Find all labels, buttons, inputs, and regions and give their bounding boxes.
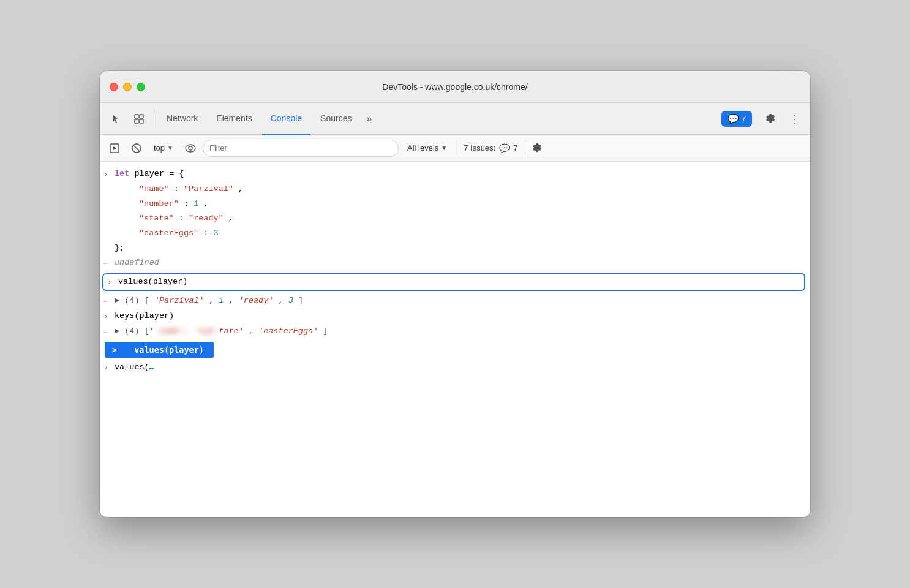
- list-item: "easterEggs" : 3: [100, 226, 810, 241]
- svg-rect-3: [140, 119, 143, 123]
- arrow-spacer: [100, 242, 112, 243]
- list-item: › let player = {: [100, 167, 810, 182]
- colon: :: [184, 199, 194, 208]
- tab-network[interactable]: Network: [158, 103, 206, 135]
- console-settings-button[interactable]: [528, 138, 547, 158]
- input-prompt-arrow: ›: [100, 361, 112, 374]
- code-text: player = {: [134, 169, 184, 178]
- clear-button[interactable]: [127, 138, 146, 158]
- inspect-button[interactable]: [128, 108, 150, 130]
- colon: :: [179, 214, 189, 223]
- property-value: "ready": [189, 214, 224, 223]
- autocomplete-row: > values(player): [105, 342, 214, 358]
- highlighted-input-box: › values(player): [102, 273, 805, 291]
- autocomplete-prompt: >: [105, 342, 124, 358]
- autocomplete-container: > values(player): [105, 342, 805, 358]
- tab-sources[interactable]: Sources: [312, 103, 360, 135]
- levels-chevron: ▼: [441, 145, 447, 151]
- array-close: ]: [323, 326, 328, 336]
- console-input-line: › values(: [100, 360, 810, 375]
- issues-count-text: 7 Issues:: [464, 143, 495, 153]
- levels-label: All levels: [407, 143, 438, 153]
- return-arrow: ←: [100, 295, 112, 307]
- autocomplete-suggestion[interactable]: values(player): [124, 342, 214, 358]
- property-value: "Parzival": [184, 184, 233, 194]
- cursor-tool-button[interactable]: [105, 108, 127, 130]
- property-name: "number": [139, 199, 179, 208]
- console-content: › let player = { "name" : "Parzival" , "…: [100, 162, 810, 517]
- comma: ,: [238, 184, 243, 194]
- array-count: (4) [: [124, 296, 149, 305]
- svg-rect-1: [140, 115, 143, 118]
- list-item: › keys(player): [100, 309, 810, 324]
- expand-arrow[interactable]: ›: [100, 168, 112, 181]
- more-tabs-button[interactable]: »: [361, 108, 377, 130]
- property-name: "easterEggs": [139, 228, 198, 238]
- colon: :: [203, 228, 213, 238]
- comma: ,: [228, 214, 233, 223]
- close-button[interactable]: [110, 83, 118, 91]
- issues-badge[interactable]: 💬 7: [721, 111, 752, 127]
- titlebar: DevTools - www.google.co.uk/chrome/: [100, 71, 810, 103]
- line-content: keys(player): [112, 310, 805, 322]
- list-item: };: [100, 241, 810, 255]
- blurred-content: name', 'num: [159, 326, 214, 336]
- minimize-button[interactable]: [123, 83, 132, 91]
- levels-selector[interactable]: All levels ▼: [401, 141, 453, 155]
- tab-console[interactable]: Console: [262, 103, 310, 135]
- array-item-4: 3: [288, 296, 293, 305]
- array-item-1: 'Parzival': [154, 296, 204, 305]
- window-title: DevTools - www.google.co.uk/chrome/: [382, 82, 527, 92]
- maximize-button[interactable]: [137, 83, 145, 91]
- arrow-spacer: [100, 213, 112, 213]
- svg-point-9: [189, 146, 192, 150]
- svg-rect-0: [135, 115, 138, 118]
- arrow-spacer: [100, 198, 112, 198]
- comma: ,: [203, 199, 208, 208]
- expand-arrow[interactable]: ›: [103, 276, 116, 288]
- devtools-settings-button[interactable]: [760, 108, 782, 130]
- eye-button[interactable]: [181, 138, 200, 158]
- list-item: "name" : "Parzival" ,: [100, 182, 810, 197]
- return-arrow: ←: [100, 325, 112, 338]
- expand-array-arrow[interactable]: ▶: [115, 326, 119, 336]
- list-item: ← ▶ (4) [' name', 'num tate' , 'easterEg…: [100, 324, 810, 339]
- context-chevron: ▼: [167, 145, 173, 151]
- arrow-spacer: [100, 183, 112, 184]
- tab-elements[interactable]: Elements: [208, 103, 260, 135]
- list-item: › values(player): [103, 274, 804, 290]
- array-sep: ,: [228, 296, 238, 305]
- line-content: "name" : "Parzival" ,: [112, 183, 805, 195]
- array-sep: ,: [278, 296, 288, 305]
- issues-num: 7: [513, 143, 517, 153]
- arrow-spacer: [100, 227, 112, 228]
- execute-button[interactable]: [105, 138, 124, 158]
- array-item-easter: 'easterEggs': [258, 326, 318, 336]
- line-content: ▶ (4) [ 'Parzival' , 1 , 'ready' , 3 ]: [112, 295, 805, 307]
- array-item-2: 1: [219, 296, 224, 305]
- line-content: };: [112, 242, 805, 254]
- list-item: ← ▶ (4) [ 'Parzival' , 1 , 'ready' , 3 ]: [100, 293, 810, 309]
- line-content: "state" : "ready" ,: [112, 213, 805, 225]
- line-content: ▶ (4) [' name', 'num tate' , 'easterEggs…: [112, 325, 805, 337]
- issues-count-toolbar[interactable]: 7 Issues: 💬 7: [456, 141, 525, 156]
- list-item: ← undefined: [100, 255, 810, 271]
- expand-arrow[interactable]: ›: [100, 310, 112, 323]
- closing-brace: };: [115, 243, 124, 252]
- array-item-3: 'ready': [239, 296, 274, 305]
- input-content[interactable]: values(: [112, 361, 805, 374]
- traffic-lights: [110, 83, 145, 91]
- issues-count: 7: [742, 114, 746, 123]
- filter-input[interactable]: [203, 140, 399, 157]
- expand-array-arrow[interactable]: ▶: [115, 296, 119, 305]
- list-item: "state" : "ready" ,: [100, 211, 810, 226]
- svg-point-8: [186, 145, 195, 152]
- keys-call: keys(player): [115, 311, 174, 320]
- line-content: undefined: [112, 257, 805, 269]
- return-arrow: ←: [100, 257, 112, 270]
- devtools-tabs: Network Elements Console Sources » 💬 7 ⋮: [100, 103, 810, 135]
- line-content: let player = {: [112, 168, 805, 180]
- context-selector[interactable]: top ▼: [149, 141, 178, 155]
- property-name: "state": [139, 214, 174, 223]
- devtools-more-button[interactable]: ⋮: [783, 108, 805, 130]
